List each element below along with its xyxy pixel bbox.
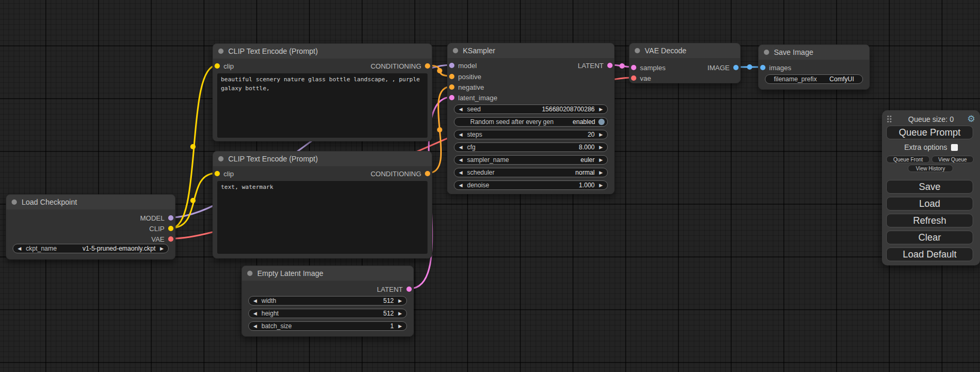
port-dot-model[interactable] [449, 63, 454, 68]
seed-widget[interactable]: ◀ seed 156680208700286 ▶ [454, 104, 608, 114]
port-dot-conditioning[interactable] [425, 63, 430, 69]
positive-prompt-textarea[interactable]: beautiful scenery nature glass bottle la… [217, 73, 428, 138]
increment-arrow-icon[interactable]: ▶ [595, 168, 607, 177]
port-label: LATENT [578, 62, 604, 70]
increment-arrow-icon[interactable]: ▶ [595, 181, 607, 189]
port-dot-image[interactable] [733, 65, 739, 70]
steps-widget[interactable]: ◀ steps 20 ▶ [454, 130, 608, 139]
increment-arrow-icon[interactable]: ▶ [394, 297, 406, 305]
load-default-button[interactable]: Load Default [886, 247, 973, 261]
queue-prompt-button[interactable]: Queue Prompt [886, 126, 973, 139]
output-model: MODEL [140, 213, 173, 223]
port-dot-latent[interactable] [607, 63, 613, 68]
port-dot-clip[interactable] [215, 171, 220, 176]
port-dot-clip[interactable] [215, 63, 220, 69]
port-dot-clip[interactable] [168, 226, 173, 231]
widget-label: denoise [467, 182, 579, 189]
port-dot-latent[interactable] [449, 95, 454, 100]
height-widget[interactable]: ◀ height 512 ▶ [248, 309, 407, 318]
port-label: CONDITIONING [371, 170, 421, 178]
queue-front-button[interactable]: Queue Front [886, 156, 930, 163]
decrement-arrow-icon[interactable]: ◀ [249, 309, 261, 318]
widget-label: seed [467, 106, 542, 113]
view-queue-button[interactable]: View Queue [932, 156, 974, 163]
gear-icon[interactable]: ⚙ [967, 114, 975, 123]
port-dot-image[interactable] [760, 65, 765, 70]
port-dot-latent[interactable] [631, 65, 636, 70]
collapse-dot-icon[interactable] [218, 156, 224, 161]
decrement-arrow-icon[interactable]: ◀ [249, 297, 261, 305]
port-dot-conditioning[interactable] [449, 84, 454, 90]
collapse-dot-icon[interactable] [453, 48, 458, 53]
port-dot-conditioning[interactable] [449, 74, 454, 79]
node-load-checkpoint[interactable]: Load Checkpoint MODEL CLIP VAE ◀ ckpt_na… [6, 194, 176, 260]
decrement-arrow-icon[interactable]: ◀ [454, 130, 467, 139]
output-clip: CLIP [149, 223, 173, 234]
clear-button[interactable]: Clear [886, 231, 973, 244]
widget-value: v1-5-pruned-emaonly.ckpt [82, 245, 156, 252]
increment-arrow-icon[interactable]: ▶ [595, 156, 607, 164]
increment-arrow-icon[interactable]: ▶ [595, 105, 607, 113]
toggle-dot-icon[interactable] [598, 119, 605, 125]
width-widget[interactable]: ◀ width 512 ▶ [248, 296, 407, 306]
increment-arrow-icon[interactable]: ▶ [394, 309, 406, 318]
widget-label: cfg [467, 144, 579, 151]
collapse-dot-icon[interactable] [12, 199, 17, 205]
node-title-bar[interactable]: Save Image [759, 45, 869, 60]
collapse-dot-icon[interactable] [635, 48, 640, 53]
ckpt-name-widget[interactable]: ◀ ckpt_name v1-5-pruned-emaonly.ckpt ▶ [13, 244, 169, 253]
node-title-bar[interactable]: Load Checkpoint [6, 195, 175, 209]
decrement-arrow-icon[interactable]: ◀ [454, 156, 467, 164]
node-clip-text-encode-negative[interactable]: CLIP Text Encode (Prompt) clip CONDITION… [212, 151, 432, 259]
increment-arrow-icon[interactable]: ▶ [595, 143, 607, 151]
batch-size-widget[interactable]: ◀ batch_size 1 ▶ [248, 321, 407, 331]
decrement-arrow-icon[interactable]: ◀ [249, 322, 261, 330]
port-label: CLIP [149, 225, 164, 233]
node-title-bar[interactable]: CLIP Text Encode (Prompt) [213, 44, 432, 59]
refresh-button[interactable]: Refresh [886, 214, 973, 227]
save-button[interactable]: Save [886, 180, 973, 194]
node-title-bar[interactable]: Empty Latent Image [242, 266, 413, 281]
node-title-bar[interactable]: KSampler [448, 43, 614, 58]
view-history-button[interactable]: View History [908, 165, 953, 172]
node-title-bar[interactable]: CLIP Text Encode (Prompt) [213, 151, 432, 166]
collapse-dot-icon[interactable] [764, 50, 769, 55]
port-label: latent_image [458, 94, 497, 102]
decrement-arrow-icon[interactable]: ◀ [454, 181, 467, 189]
decrement-arrow-icon[interactable]: ◀ [13, 244, 26, 253]
port-label: MODEL [140, 214, 164, 222]
node-ksampler[interactable]: KSampler model positive negative latent_… [447, 43, 615, 194]
collapse-dot-icon[interactable] [247, 271, 253, 276]
node-canvas[interactable]: Load Checkpoint MODEL CLIP VAE ◀ ckpt_na… [0, 0, 980, 372]
link-dot [437, 68, 442, 73]
node-vae-decode[interactable]: VAE Decode samples vae IMAGE [629, 43, 741, 83]
negative-prompt-textarea[interactable]: text, watermark [217, 181, 428, 254]
port-dot-vae[interactable] [631, 75, 636, 81]
increment-arrow-icon[interactable]: ▶ [394, 322, 406, 330]
port-dot-model[interactable] [168, 215, 173, 221]
collapse-dot-icon[interactable] [218, 49, 224, 54]
decrement-arrow-icon[interactable]: ◀ [454, 168, 467, 177]
port-dot-conditioning[interactable] [425, 171, 430, 176]
input-latent-image: latent_image [449, 92, 497, 103]
sampler-name-widget[interactable]: ◀ sampler_name euler ▶ [454, 155, 608, 165]
load-button[interactable]: Load [886, 197, 973, 211]
port-label: vae [640, 74, 651, 82]
port-dot-vae[interactable] [168, 236, 173, 242]
decrement-arrow-icon[interactable]: ◀ [454, 143, 467, 151]
node-title-bar[interactable]: VAE Decode [629, 43, 740, 58]
output-conditioning: CONDITIONING [371, 61, 430, 71]
denoise-widget[interactable]: ◀ denoise 1.000 ▶ [454, 180, 608, 190]
random-seed-toggle-widget[interactable]: Random seed after every gen enabled [454, 117, 608, 127]
filename-prefix-widget[interactable]: filename_prefix ComfyUI [765, 74, 863, 84]
port-dot-latent[interactable] [406, 287, 412, 292]
scheduler-widget[interactable]: ◀ scheduler normal ▶ [454, 168, 608, 177]
node-save-image[interactable]: Save Image images filename_prefix ComfyU… [758, 44, 870, 90]
increment-arrow-icon[interactable]: ▶ [156, 244, 168, 253]
extra-options-checkbox[interactable] [951, 144, 958, 151]
cfg-widget[interactable]: ◀ cfg 8.000 ▶ [454, 142, 608, 152]
node-clip-text-encode-positive[interactable]: CLIP Text Encode (Prompt) clip CONDITION… [212, 43, 432, 141]
node-empty-latent-image[interactable]: Empty Latent Image LATENT ◀ width 512 ▶ … [241, 265, 414, 337]
decrement-arrow-icon[interactable]: ◀ [454, 105, 467, 113]
increment-arrow-icon[interactable]: ▶ [595, 130, 607, 139]
